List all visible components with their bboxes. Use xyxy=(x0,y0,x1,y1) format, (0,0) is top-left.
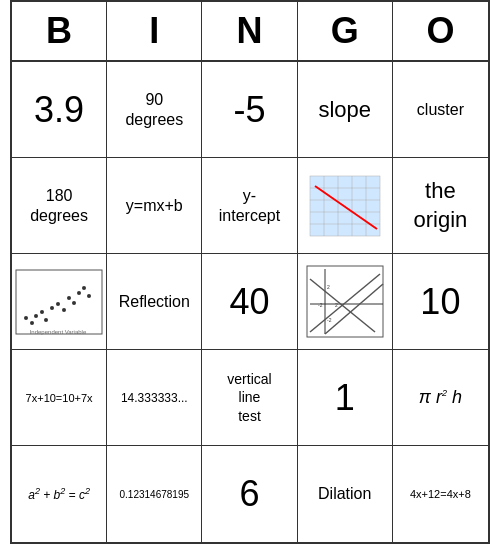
svg-point-18 xyxy=(62,308,66,312)
cell-value: 4x+12=4x+8 xyxy=(410,488,471,500)
svg-point-14 xyxy=(40,310,44,314)
cell-value: Dilation xyxy=(318,484,371,503)
header-i: I xyxy=(107,2,202,60)
cell-r2c3: y-intercept xyxy=(202,158,297,254)
cell-r1c1: 3.9 xyxy=(12,62,107,158)
cell-value: theorigin xyxy=(413,177,467,234)
header-o: O xyxy=(393,2,488,60)
cell-r4c4: 1 xyxy=(298,350,393,446)
svg-point-16 xyxy=(50,306,54,310)
cell-value: 1 xyxy=(335,377,355,419)
cell-r1c4: slope xyxy=(298,62,393,158)
cell-r2c1: 180degrees xyxy=(12,158,107,254)
svg-point-15 xyxy=(44,318,48,322)
cell-r4c1: 7x+10=10+7x xyxy=(12,350,107,446)
cell-r2c2: y=mx+b xyxy=(107,158,202,254)
cell-value: 14.333333... xyxy=(121,391,188,405)
svg-point-23 xyxy=(87,294,91,298)
cell-r5c1: a2 + b2 = c2 xyxy=(12,446,107,542)
cell-r2c5: theorigin xyxy=(393,158,488,254)
svg-text:2: 2 xyxy=(335,302,338,308)
multi-line-svg: 2 -2 2 -2 xyxy=(305,264,385,339)
cell-r5c5: 4x+12=4x+8 xyxy=(393,446,488,542)
svg-point-11 xyxy=(24,316,28,320)
svg-point-13 xyxy=(34,314,38,318)
svg-text:-2: -2 xyxy=(318,302,323,308)
cell-value: 0.12314678195 xyxy=(120,489,190,500)
cell-r3c5: 10 xyxy=(393,254,488,350)
cell-value: 10 xyxy=(420,281,460,323)
cell-r4c2: 14.333333... xyxy=(107,350,202,446)
svg-point-20 xyxy=(72,301,76,305)
cell-r3c3: 40 xyxy=(202,254,297,350)
cell-value: verticallinetest xyxy=(227,370,271,425)
cell-r3c1-scatter: Independent Variable xyxy=(12,254,107,350)
cell-r1c2: 90degrees xyxy=(107,62,202,158)
bingo-card: B I N G O 3.9 90degrees -5 slope cluster… xyxy=(10,0,490,544)
cell-value: 3.9 xyxy=(34,89,84,131)
cell-value: slope xyxy=(318,97,371,123)
svg-point-21 xyxy=(77,291,81,295)
cell-value: y=mx+b xyxy=(126,196,183,215)
scatter-svg: Independent Variable xyxy=(14,268,104,336)
cell-value: 6 xyxy=(239,473,259,515)
cell-value: π r2 h xyxy=(419,387,462,408)
cell-r4c5: π r2 h xyxy=(393,350,488,446)
cell-r4c3: verticallinetest xyxy=(202,350,297,446)
cell-r3c2: Reflection xyxy=(107,254,202,350)
cell-value: 7x+10=10+7x xyxy=(26,392,93,404)
cell-value: -5 xyxy=(233,89,265,131)
bingo-grid: 3.9 90degrees -5 slope cluster 180degree… xyxy=(12,62,488,542)
cell-r3c4-graph: 2 -2 2 -2 xyxy=(298,254,393,350)
svg-text:Independent Variable: Independent Variable xyxy=(30,329,87,335)
line-graph-svg xyxy=(305,171,385,241)
cell-r2c4-graph xyxy=(298,158,393,254)
cell-value: cluster xyxy=(417,100,464,119)
cell-r1c3: -5 xyxy=(202,62,297,158)
cell-value: 180degrees xyxy=(30,186,88,224)
svg-text:2: 2 xyxy=(327,284,330,290)
svg-point-17 xyxy=(56,302,60,306)
svg-point-22 xyxy=(82,286,86,290)
cell-value: Reflection xyxy=(119,292,190,311)
bingo-header: B I N G O xyxy=(12,2,488,62)
header-g: G xyxy=(298,2,393,60)
cell-r1c5: cluster xyxy=(393,62,488,158)
cell-value: 40 xyxy=(229,281,269,323)
cell-value: 90degrees xyxy=(125,90,183,128)
svg-point-12 xyxy=(30,321,34,325)
svg-point-19 xyxy=(67,296,71,300)
cell-value: y-intercept xyxy=(219,186,280,224)
header-b: B xyxy=(12,2,107,60)
cell-r5c4: Dilation xyxy=(298,446,393,542)
cell-value: a2 + b2 = c2 xyxy=(28,486,90,502)
svg-rect-10 xyxy=(16,270,102,334)
cell-r5c3: 6 xyxy=(202,446,297,542)
cell-r5c2: 0.12314678195 xyxy=(107,446,202,542)
header-n: N xyxy=(202,2,297,60)
